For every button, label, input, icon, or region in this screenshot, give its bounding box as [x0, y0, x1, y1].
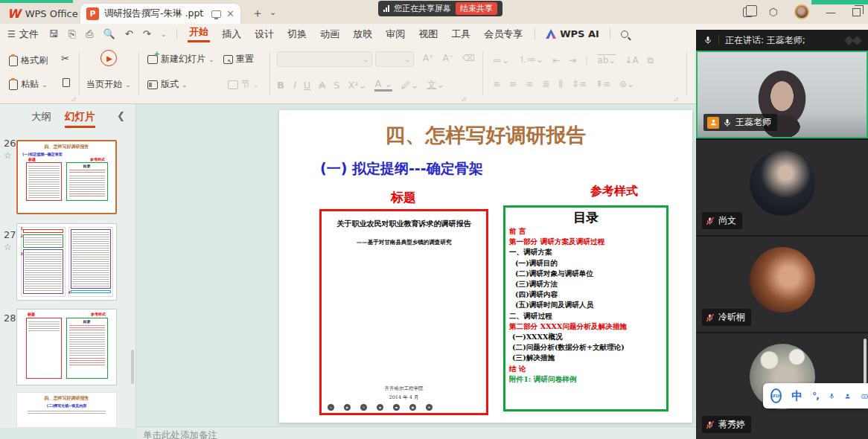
apps-box-icon[interactable]: ⬡ [769, 6, 778, 18]
tab-animations[interactable]: 动画 [319, 28, 341, 41]
superscript-icon[interactable]: X²⌄ [348, 80, 366, 91]
undo-icon[interactable]: ↶ [125, 28, 133, 39]
minimize-button[interactable]: — [826, 6, 836, 18]
star-icon-27[interactable]: ☆ [4, 242, 12, 252]
close-tab-icon[interactable]: ✕ [226, 8, 234, 19]
tab-home[interactable]: 开始 [188, 25, 210, 42]
slide-thumbnail-26[interactable]: 四、怎样写好调研报告 (一)拟定提纲--确定骨架 标题 参考样式 目录 [16, 140, 117, 214]
strikethrough-icon[interactable]: A [319, 80, 325, 91]
ime-punctuation-toggle[interactable]: °, [812, 391, 819, 401]
redo-icon[interactable]: ↷ [143, 28, 151, 39]
sharing-monitor-icon[interactable] [211, 10, 221, 18]
search-icon[interactable] [621, 31, 628, 38]
print-icon[interactable]: ⎙ [86, 28, 93, 40]
increase-indent-icon[interactable]: ⇥ [569, 55, 576, 65]
decrease-indent-icon[interactable]: ⇤ [552, 55, 560, 65]
print-preview-icon[interactable]: 🔍 [103, 28, 115, 39]
align-center-icon[interactable]: ≡ [509, 79, 517, 89]
more-icon[interactable]: ⊕ [426, 404, 433, 411]
bold-icon[interactable]: B [277, 80, 284, 91]
increase-font-icon[interactable]: A⁺ [423, 53, 434, 63]
font-family-select[interactable]: ⌄ [277, 51, 372, 67]
text-direction-icon[interactable]: ab⌄ [597, 55, 616, 65]
line-spacing-icon[interactable]: ⇕≡ [572, 79, 587, 89]
bullets-icon[interactable]: ≔⌄ [493, 55, 509, 65]
collapse-panel-icon[interactable]: ❮ [117, 110, 125, 121]
tab-view[interactable]: 视图 [417, 28, 439, 41]
smartart-convert-icon[interactable]: ⧉ [648, 55, 654, 65]
screen-icon[interactable]: ▣ [409, 404, 416, 411]
sidebar-scrollbar[interactable] [131, 350, 134, 384]
paste-button[interactable]: 粘贴 ⌄ [9, 78, 48, 91]
tab-review[interactable]: 审阅 [384, 28, 406, 41]
italic-icon[interactable]: I [293, 80, 296, 91]
clipboard-dialog-launcher[interactable]: ◿ [71, 96, 75, 102]
clear-format-icon[interactable]: ⌫ [462, 53, 475, 63]
section-button[interactable]: 节 ⌄ [228, 78, 259, 91]
numbering-icon[interactable]: ⒈≔⌄ [518, 54, 543, 66]
tab-insert[interactable]: 插入 [220, 28, 243, 41]
justify-icon[interactable]: ≣ [542, 79, 549, 89]
start-from-current-button[interactable]: 当页开始 ⌄ [86, 78, 131, 91]
para-spacing-icon[interactable]: ⊜⌄ [619, 79, 634, 89]
account-avatar[interactable] [794, 4, 809, 19]
align-right-icon[interactable]: ≡ [526, 79, 533, 89]
laser-icon[interactable]: ◉ [377, 404, 383, 411]
ime-language-toggle[interactable]: 中 [791, 389, 802, 403]
format-painter-button[interactable]: 格式刷 [9, 54, 48, 67]
highlight-icon[interactable]: 🖉⌄ [401, 80, 418, 91]
decrease-font-icon[interactable]: A⁻ [443, 53, 454, 63]
tab-list-chevron-icon[interactable]: ⌄ [269, 7, 276, 17]
reset-button[interactable]: 重置 [223, 53, 254, 65]
participants-scrollbar[interactable] [864, 339, 867, 389]
rewind-icon[interactable]: « [328, 404, 334, 411]
new-tab-button[interactable]: ＋ [252, 6, 264, 22]
pen-icon[interactable]: ✎ [360, 404, 367, 411]
participant-tile[interactable]: 冷昕桐 [696, 235, 868, 332]
new-slide-button[interactable]: 新建幻灯片 ⌄ [147, 53, 214, 65]
paragraph-dialog-launcher[interactable]: ◿ [674, 96, 677, 102]
quick-access-chevron-icon[interactable]: ⌄ [161, 31, 167, 38]
slide-thumbnail-29[interactable]: 四、怎样写好调研报告 (二)撰写文稿--填充内容 [16, 392, 117, 428]
ime-mic-icon[interactable] [829, 391, 835, 402]
ime-person-icon[interactable] [844, 391, 851, 402]
output-icon[interactable]: ⎘ [68, 28, 76, 40]
tab-tools[interactable]: 工具 [450, 28, 472, 41]
document-tab[interactable]: P 调研报告撰写-朱琳 .ppt ✕ [80, 4, 240, 24]
file-menu[interactable]: ☰ 文件 [7, 28, 39, 41]
tab-design[interactable]: 设计 [253, 28, 275, 41]
workspaces-icon[interactable] [743, 7, 753, 17]
font-dialog-launcher[interactable]: ◿ [462, 96, 465, 102]
font-color-icon[interactable]: A ⌄ [374, 78, 392, 92]
copy-button[interactable] [63, 78, 70, 87]
slides-icon[interactable]: ▬ [393, 404, 400, 411]
save-icon[interactable]: 🖫 [49, 28, 59, 39]
play-icon[interactable]: ▶ [344, 404, 351, 411]
restore-window-button[interactable] [852, 8, 861, 16]
ifly-logo-icon[interactable]: iFLY [770, 388, 782, 403]
tab-slideshow[interactable]: 放映 [351, 28, 374, 41]
participant-video-tile[interactable]: 王蕊老师 [696, 51, 868, 138]
app-home-tab[interactable]: W WPS Office [7, 4, 78, 22]
tab-outline[interactable]: 大纲 [31, 110, 51, 128]
star-icon-26[interactable]: ☆ [4, 150, 12, 161]
ime-keyboard-icon[interactable] [861, 391, 868, 402]
distribute-icon[interactable]: ⫼ [558, 79, 563, 89]
play-from-current-icon-button[interactable]: ▶ [100, 50, 117, 66]
slide-thumbnail-28[interactable]: 标题 参考样式 目录 [16, 309, 117, 385]
cut-button[interactable]: ✂ [61, 53, 69, 64]
slide-thumbnail-27[interactable]: 1 2 3 4 [16, 223, 117, 301]
paste-chevron-icon[interactable]: ⌄ [42, 81, 48, 89]
tab-transitions[interactable]: 切换 [286, 28, 308, 41]
font-size-select[interactable]: ⌄ [375, 51, 414, 67]
tab-member[interactable]: 会员专享 [482, 28, 524, 41]
end-share-button[interactable]: 结束共享 [456, 2, 497, 15]
shadow-icon[interactable]: S [334, 80, 339, 91]
tab-slides[interactable]: 幻灯片 [65, 110, 95, 128]
align-left-icon[interactable]: ≡ [493, 79, 500, 89]
layout-button[interactable]: 版式 ⌄ [147, 78, 188, 91]
notes-pane[interactable]: 单击此处添加备注 [137, 426, 696, 439]
text-orientation-icon[interactable]: ↓A [625, 55, 638, 65]
column-spacing-icon[interactable]: ⇞≡ [596, 79, 610, 89]
wps-ai-button[interactable]: WPS AI [546, 28, 599, 39]
